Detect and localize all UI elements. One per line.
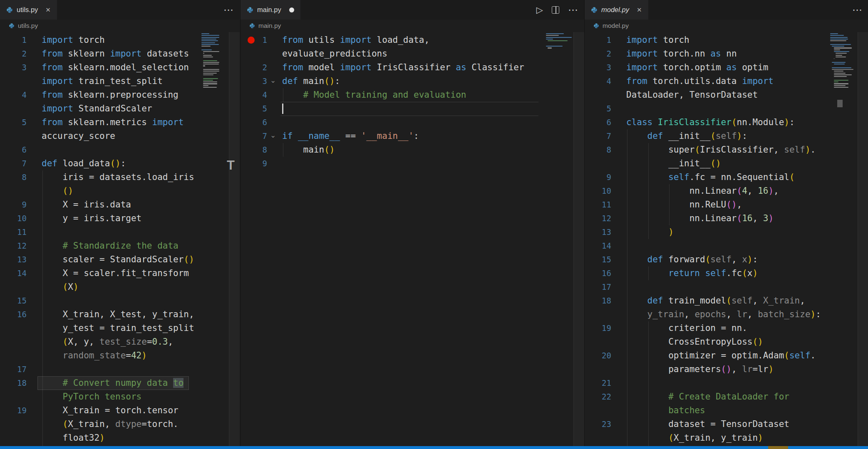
code-row[interactable]: (X, y, test_size=0.3, bbox=[0, 335, 240, 349]
code-row[interactable]: 5 bbox=[585, 102, 868, 116]
line-number[interactable]: 5 bbox=[0, 116, 27, 129]
code-row[interactable]: CrossEntropyLoss() bbox=[585, 335, 868, 349]
line-number[interactable]: 1 bbox=[0, 33, 27, 47]
more-actions-icon[interactable]: ⋯ bbox=[223, 5, 234, 15]
line-number[interactable] bbox=[585, 308, 611, 321]
code-row[interactable]: 18 # Convert numpy data to bbox=[0, 376, 240, 390]
code-row[interactable]: () bbox=[0, 184, 240, 198]
line-number[interactable]: 2 bbox=[585, 47, 611, 61]
code-area-model[interactable]: 1import torch2import torch.nn as nn3impo… bbox=[585, 32, 868, 446]
line-number[interactable] bbox=[0, 349, 27, 363]
line-number[interactable]: 16 bbox=[0, 308, 27, 321]
line-number[interactable]: 3 bbox=[0, 61, 27, 74]
breadcrumb-item[interactable]: utils.py bbox=[18, 22, 38, 30]
line-number[interactable]: 2 bbox=[241, 61, 267, 74]
scrollbar-utils[interactable] bbox=[229, 32, 240, 446]
code-row[interactable]: 12 nn.Linear(16, 3) bbox=[585, 212, 868, 225]
line-number[interactable]: 6 bbox=[585, 116, 611, 129]
code-row[interactable]: 11 nn.ReLU(), bbox=[585, 198, 868, 212]
code-area-utils[interactable]: 1import torch2from sklearn import datase… bbox=[0, 32, 240, 446]
line-number[interactable]: 17 bbox=[585, 280, 611, 294]
code-row[interactable]: 6class IrisClassifier(nn.Module): bbox=[585, 116, 868, 129]
code-row[interactable]: 18 def train_model(self, X_train, bbox=[585, 294, 868, 308]
code-row[interactable]: y_test = train_test_split bbox=[0, 321, 240, 335]
code-row[interactable]: ⌄3def main(): bbox=[241, 74, 584, 88]
line-number[interactable]: 19 bbox=[585, 321, 611, 335]
breadcrumb-utils[interactable]: utils.py bbox=[0, 20, 240, 32]
code-row[interactable]: 10 nn.Linear(4, 16), bbox=[585, 184, 868, 198]
line-number[interactable]: 9 bbox=[585, 170, 611, 184]
fold-chevron-icon[interactable]: ⌄ bbox=[270, 74, 276, 87]
line-number[interactable]: 14 bbox=[0, 266, 27, 280]
line-number[interactable] bbox=[0, 280, 27, 294]
code-row[interactable]: 16 X_train, X_test, y_train, bbox=[0, 308, 240, 321]
code-row[interactable]: 2from sklearn import datasets bbox=[0, 47, 240, 61]
line-number[interactable]: 3 bbox=[241, 74, 267, 88]
line-number[interactable]: 11 bbox=[585, 198, 611, 212]
tab-utils[interactable]: utils.py✕ bbox=[0, 0, 57, 20]
line-number[interactable]: 6 bbox=[241, 116, 267, 129]
code-row[interactable]: (X_train, dtype=torch. bbox=[0, 417, 240, 431]
code-row[interactable]: (X) bbox=[0, 280, 240, 294]
line-number[interactable]: 10 bbox=[585, 184, 611, 198]
line-number[interactable]: 3 bbox=[585, 61, 611, 74]
line-number[interactable]: 13 bbox=[585, 225, 611, 239]
line-number[interactable]: 20 bbox=[585, 349, 611, 363]
scrollbar-slider[interactable] bbox=[837, 100, 843, 107]
line-number[interactable]: 5 bbox=[585, 102, 611, 116]
tab-main[interactable]: main.py bbox=[241, 0, 300, 20]
line-number[interactable]: 12 bbox=[585, 212, 611, 225]
line-number[interactable] bbox=[585, 431, 611, 445]
code-row[interactable]: random_state=42) bbox=[0, 349, 240, 363]
code-row[interactable]: 5 bbox=[241, 102, 584, 116]
code-row[interactable]: 20 optimizer = optim.Adam(self. bbox=[585, 349, 868, 363]
breadcrumb-item[interactable]: model.py bbox=[603, 22, 629, 30]
run-python-file-icon[interactable]: ▷ bbox=[536, 5, 543, 14]
line-number[interactable] bbox=[0, 129, 27, 143]
line-number[interactable] bbox=[0, 417, 27, 431]
code-row[interactable]: 14 X = scaler.fit_transform bbox=[0, 266, 240, 280]
code-row[interactable]: 10 y = iris.target bbox=[0, 212, 240, 225]
line-number[interactable]: 12 bbox=[0, 239, 27, 253]
line-number[interactable] bbox=[0, 390, 27, 404]
line-number[interactable]: 14 bbox=[585, 239, 611, 253]
code-row[interactable]: import StandardScaler bbox=[0, 102, 240, 116]
line-number[interactable]: 13 bbox=[0, 253, 27, 266]
code-row[interactable]: 8 super(IrisClassifier, self). bbox=[585, 143, 868, 157]
line-number[interactable]: 4 bbox=[241, 88, 267, 102]
breadcrumb-main[interactable]: main.py bbox=[241, 20, 584, 32]
code-row[interactable]: 1from utils import load_data, bbox=[241, 33, 584, 47]
scrollbar-main[interactable] bbox=[573, 32, 584, 446]
code-row[interactable]: 16 return self.fc(x) bbox=[585, 266, 868, 280]
scrollbar-model[interactable] bbox=[858, 32, 868, 446]
line-number[interactable] bbox=[0, 74, 27, 88]
status-bar[interactable] bbox=[0, 446, 868, 449]
line-number[interactable]: 23 bbox=[585, 417, 611, 431]
code-row[interactable]: 6 bbox=[241, 116, 584, 129]
code-row[interactable]: 13 ) bbox=[585, 225, 868, 239]
code-row[interactable]: 5from sklearn.metrics import bbox=[0, 116, 240, 129]
code-row[interactable]: 15 def forward(self, x): bbox=[585, 253, 868, 266]
line-number[interactable]: 7 bbox=[585, 129, 611, 143]
code-area-main[interactable]: 1from utils import load_data,evaluate_pr… bbox=[241, 32, 584, 446]
line-number[interactable]: 4 bbox=[0, 88, 27, 102]
code-row[interactable]: 2import torch.nn as nn bbox=[585, 47, 868, 61]
line-number[interactable] bbox=[0, 321, 27, 335]
line-number[interactable] bbox=[0, 184, 27, 198]
line-number[interactable]: 9 bbox=[241, 157, 267, 170]
breadcrumb-model[interactable]: model.py bbox=[585, 20, 868, 32]
line-number[interactable]: 21 bbox=[585, 376, 611, 390]
code-row[interactable]: 8 main() bbox=[241, 143, 584, 157]
more-actions-icon[interactable]: ⋯ bbox=[568, 5, 578, 15]
code-row[interactable]: 9 bbox=[241, 157, 584, 170]
line-number[interactable] bbox=[585, 363, 611, 376]
fold-chevron-icon[interactable]: ⌄ bbox=[270, 128, 276, 142]
code-row[interactable]: 8 iris = datasets.load_iris bbox=[0, 170, 240, 184]
line-number[interactable]: 19 bbox=[0, 404, 27, 417]
line-number[interactable] bbox=[0, 335, 27, 349]
code-row[interactable]: (X_train, y_train) bbox=[585, 431, 868, 445]
line-number[interactable] bbox=[0, 431, 27, 445]
line-number[interactable] bbox=[0, 102, 27, 116]
code-row[interactable]: 15 bbox=[0, 294, 240, 308]
line-number[interactable] bbox=[241, 47, 267, 61]
